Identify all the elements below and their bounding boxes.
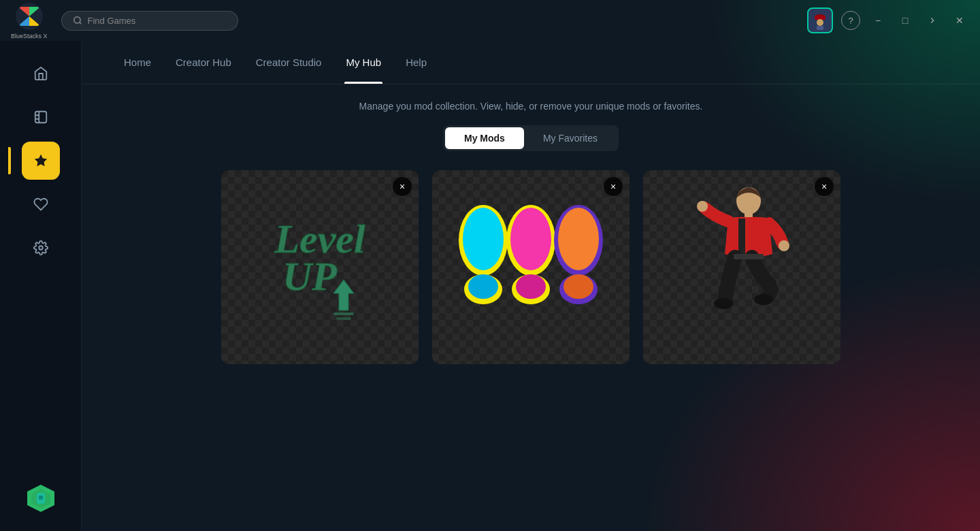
svg-point-24 <box>510 208 551 270</box>
svg-line-2 <box>79 22 81 25</box>
svg-point-1 <box>74 17 80 23</box>
svg-rect-13 <box>39 496 43 500</box>
content-subtitle: Manage you mod collection. View, hide, o… <box>359 101 703 112</box>
heart-icon <box>33 197 48 212</box>
minimize-button[interactable]: − <box>868 11 887 30</box>
svg-point-33 <box>697 201 708 212</box>
svg-rect-18 <box>336 317 351 320</box>
mods-grid: × Level UP <box>122 170 939 364</box>
help-button[interactable]: ? <box>841 11 860 30</box>
svg-rect-7 <box>817 26 823 30</box>
navigate-icon <box>928 16 937 25</box>
tab-my-hub[interactable]: My Hub <box>344 41 382 84</box>
svg-point-35 <box>714 298 733 309</box>
app-name-label: BlueStacks X <box>11 33 48 39</box>
dancing-figure-graphic <box>674 179 810 356</box>
avatar-image <box>810 10 830 31</box>
home-icon <box>33 66 48 81</box>
svg-rect-37 <box>734 254 764 259</box>
library-icon <box>33 110 48 125</box>
svg-point-20 <box>463 208 504 270</box>
tab-creator-hub[interactable]: Creator Hub <box>174 41 233 84</box>
svg-point-34 <box>779 240 789 251</box>
sidebar-item-settings[interactable] <box>22 229 60 267</box>
tab-home[interactable]: Home <box>122 41 152 84</box>
settings-icon <box>33 240 48 255</box>
tab-creator-studio[interactable]: Creator Studio <box>255 41 323 84</box>
logo-area: BlueStacks X <box>11 1 48 39</box>
mod-card-1-content: Level UP <box>221 170 419 364</box>
colorful-marks-graphic <box>442 186 619 349</box>
mod-close-button-3[interactable]: × <box>815 177 834 196</box>
search-icon <box>73 16 82 25</box>
mod-card-1: × Level UP <box>221 170 419 364</box>
main-content: Home Creator Hub Creator Studio My Hub H… <box>82 41 980 531</box>
bluestacks-bottom-logo <box>24 482 57 515</box>
game-avatar[interactable] <box>807 7 833 33</box>
my-favorites-toggle[interactable]: My Favorites <box>524 127 617 149</box>
svg-point-28 <box>558 208 599 270</box>
sidebar <box>0 41 82 531</box>
navigate-button[interactable] <box>923 11 942 30</box>
svg-point-22 <box>468 274 498 299</box>
mod-card-3-content <box>643 170 840 364</box>
titlebar-right: ? − □ ✕ <box>807 7 969 33</box>
sidebar-item-library[interactable] <box>22 98 60 136</box>
star-icon <box>33 153 48 168</box>
mod-card-2: × <box>432 170 630 364</box>
sidebar-item-home[interactable] <box>22 54 60 93</box>
mod-card-3: × <box>643 170 840 364</box>
level-up-content: Level UP <box>231 184 408 351</box>
svg-point-36 <box>754 294 773 305</box>
mod-close-button-1[interactable]: × <box>393 177 412 196</box>
search-input[interactable] <box>88 16 227 26</box>
search-bar[interactable] <box>61 11 238 31</box>
svg-point-30 <box>564 274 593 299</box>
bluestacks-logo <box>14 1 44 31</box>
mod-card-2-content <box>432 170 630 364</box>
tab-help[interactable]: Help <box>404 41 428 84</box>
svg-point-26 <box>516 274 546 299</box>
level-up-graphic: Level UP <box>245 198 395 334</box>
svg-point-9 <box>39 246 43 250</box>
nav-tabs: Home Creator Hub Creator Studio My Hub H… <box>82 41 980 84</box>
maximize-button[interactable]: □ <box>896 11 915 30</box>
svg-rect-8 <box>35 112 46 123</box>
sidebar-item-hub[interactable] <box>22 142 60 180</box>
mod-close-button-2[interactable]: × <box>604 177 623 196</box>
svg-text:UP: UP <box>282 254 338 299</box>
sidebar-bottom-logo <box>24 482 57 517</box>
close-button[interactable]: ✕ <box>950 11 969 30</box>
titlebar: BlueStacks X ? − <box>0 0 980 41</box>
svg-point-6 <box>817 19 823 26</box>
content-area: Manage you mod collection. View, hide, o… <box>82 84 980 531</box>
my-mods-toggle[interactable]: My Mods <box>445 127 524 149</box>
svg-rect-17 <box>333 312 354 315</box>
sidebar-item-favorites[interactable] <box>22 185 60 223</box>
titlebar-left: BlueStacks X <box>11 1 238 39</box>
toggle-group: My Mods My Favorites <box>443 125 619 151</box>
